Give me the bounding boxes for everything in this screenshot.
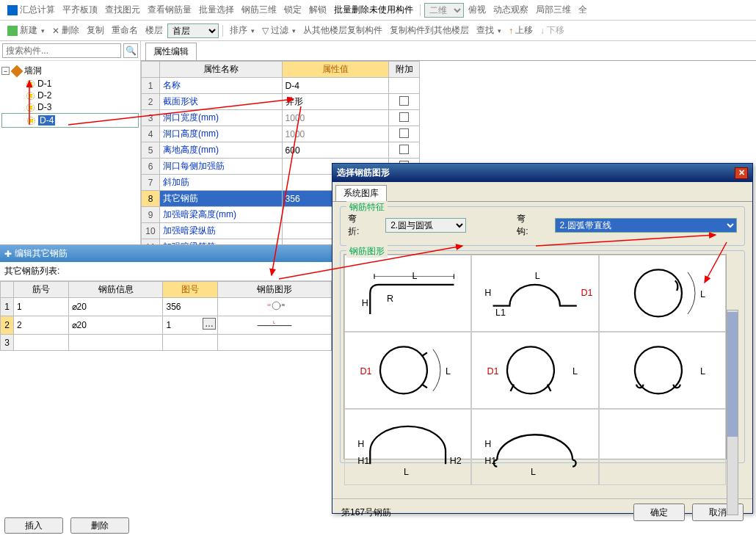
scrollbar[interactable] <box>727 310 738 515</box>
hook-label: 弯钩: <box>517 213 537 238</box>
svg-text:L: L <box>535 271 540 281</box>
table-row[interactable]: 3 <box>1 335 332 351</box>
svg-text:D1: D1 <box>487 366 499 377</box>
svg-text:L: L <box>446 366 451 377</box>
table-row[interactable]: 2 2 ⌀20 1… L <box>1 316 332 335</box>
tb-local3d[interactable]: 局部三维 <box>533 2 574 18</box>
bend-select[interactable]: 2.圆与圆弧 <box>385 218 465 233</box>
ellipsis-button[interactable]: … <box>203 318 216 330</box>
svg-text:550: 550 <box>267 304 271 307</box>
svg-text:H: H <box>484 439 491 449</box>
tb-del[interactable]: ✕ 删除 <box>49 23 82 38</box>
tb-batch-del[interactable]: 批量删除未使用构件 <box>331 2 416 18</box>
tab-prop-edit[interactable]: 属性编辑 <box>145 43 197 60</box>
group-shapes: 钢筋图形 HRL HL1LD1 L D1L D1L L HH1LH2 HH1L <box>340 250 745 463</box>
tb-floor-sel[interactable]: 首层 <box>167 23 219 38</box>
tree-item-D-2[interactable]: D-2 <box>1 90 139 101</box>
prop-row[interactable]: 3洞口宽度(mm)1000 <box>142 110 420 126</box>
search-button[interactable]: 🔍 <box>123 43 138 58</box>
tb-batch-sel[interactable]: 批量选择 <box>196 2 237 18</box>
tb-new[interactable]: 新建 <box>4 23 48 38</box>
prop-row[interactable]: 1名称D-4 <box>142 78 420 94</box>
svg-point-1 <box>272 302 280 310</box>
svg-text:L: L <box>700 289 705 299</box>
tb-dyn[interactable]: 动态观察 <box>490 2 531 18</box>
tb-find-elem[interactable]: 查找图元 <box>102 2 143 18</box>
tb-down[interactable]: ↓下移 <box>537 23 567 38</box>
prop-row[interactable]: 4洞口高度(mm)1000 <box>142 126 420 142</box>
delete-button[interactable]: 删除 <box>70 517 129 534</box>
shape-option[interactable]: L <box>599 255 726 332</box>
prop-row[interactable]: 2截面形状异形 <box>142 94 420 110</box>
tree-root[interactable]: − 墙洞 <box>1 64 139 78</box>
checkbox[interactable] <box>399 112 409 122</box>
shape-dialog: 选择钢筋图形 ✕ 系统图库 钢筋特征 弯折: 2.圆与圆弧 弯钩: 2.圆弧带直… <box>332 163 753 514</box>
tab-system-lib[interactable]: 系统图库 <box>335 185 387 201</box>
checkbox[interactable] <box>399 145 409 154</box>
rebar-shape-line: L <box>221 318 328 330</box>
hook-select[interactable]: 2.圆弧带直线 <box>555 218 737 233</box>
ok-button[interactable]: 确定 <box>633 504 685 521</box>
shape-option[interactable]: HRL <box>344 255 471 332</box>
tb-all[interactable]: 全 <box>575 2 590 18</box>
col-extra: 附加 <box>389 62 420 78</box>
close-icon[interactable]: ✕ <box>735 167 748 179</box>
tb-sum[interactable]: 汇总计算 <box>4 2 58 18</box>
collapse-icon[interactable]: − <box>1 67 10 75</box>
col-name: 属性名称 <box>159 62 282 78</box>
tb-copy-from[interactable]: 从其他楼层复制构件 <box>300 23 385 38</box>
tb-floors[interactable]: 楼层 <box>142 23 166 38</box>
col-value: 属性值 <box>282 62 389 78</box>
tb-up[interactable]: ↑上移 <box>506 23 536 38</box>
rebar-list-label: 其它钢筋列表: <box>0 262 332 281</box>
gear-icon <box>26 92 34 100</box>
insert-button[interactable]: 插入 <box>4 517 63 534</box>
tb-dim[interactable]: 二维 <box>424 3 464 18</box>
svg-text:R: R <box>387 294 393 304</box>
search-input[interactable] <box>2 43 121 58</box>
tb-copy[interactable]: 复制 <box>84 23 107 38</box>
table-row[interactable]: 1 1 ⌀20 356 550 300 <box>1 298 332 316</box>
shape-option[interactable]: HL1LD1 <box>471 255 598 332</box>
tb-filter[interactable]: ▽ 过滤 <box>259 23 299 38</box>
shape-option[interactable]: HH1L <box>471 409 598 486</box>
shape-option[interactable]: D1L <box>471 332 598 409</box>
tree-item-D-3[interactable]: D-3 <box>1 101 139 113</box>
gear-icon <box>27 117 35 125</box>
checkbox[interactable] <box>399 128 409 138</box>
prop-row[interactable]: 5离地高度(mm)600 <box>142 142 420 159</box>
new-icon <box>7 26 18 36</box>
tb-rebar-qty[interactable]: 查看钢筋量 <box>145 2 195 18</box>
svg-text:L: L <box>273 321 275 324</box>
tb-find[interactable]: 查找 <box>473 23 504 38</box>
pen-icon <box>11 65 23 77</box>
tb-unlock[interactable]: 解锁 <box>306 2 330 18</box>
svg-text:300: 300 <box>282 304 286 307</box>
tb-rename[interactable]: 重命名 <box>109 23 141 38</box>
rebar-editor-title: ✚ 编辑其它钢筋 <box>0 245 332 262</box>
svg-text:H: H <box>484 288 491 298</box>
shape-option[interactable]: HH1LH2 <box>344 409 471 486</box>
checkbox[interactable] <box>399 96 409 106</box>
status-text: 第167号钢筋 <box>341 506 391 519</box>
tb-sort[interactable]: 排序 <box>227 23 258 38</box>
tree-item-D-1[interactable]: D-1 <box>1 78 139 90</box>
tree-item-D-4[interactable]: D-4 <box>1 113 139 128</box>
svg-text:H1: H1 <box>357 456 369 466</box>
shape-option[interactable]: D1L <box>344 332 471 409</box>
search-icon: 🔍 <box>126 46 137 56</box>
plus-icon: ✚ <box>4 249 12 259</box>
dialog-title[interactable]: 选择钢筋图形 ✕ <box>332 164 752 182</box>
tb-persp[interactable]: 俯视 <box>465 2 489 18</box>
tb-lock[interactable]: 锁定 <box>281 2 305 18</box>
shape-option[interactable]: L <box>599 332 726 409</box>
rebar-table: 筋号 钢筋信息 图号 钢筋图形 1 1 ⌀20 356 550 300 <box>0 281 332 351</box>
tb-copy-to[interactable]: 复制构件到其他楼层 <box>387 23 472 38</box>
group-features: 钢筋特征 弯折: 2.圆与圆弧 弯钩: 2.圆弧带直线 <box>340 206 745 246</box>
tb-rebar3d[interactable]: 钢筋三维 <box>239 2 280 18</box>
toolbar-sub: 新建 ✕ 删除 复制 重命名 楼层 首层 排序 ▽ 过滤 从其他楼层复制构件 复… <box>0 21 756 41</box>
tb-align[interactable]: 平齐板顶 <box>59 2 101 18</box>
shape-option[interactable] <box>599 409 726 486</box>
shape-grid: HRL HL1LD1 L D1L D1L L HH1LH2 HH1L <box>344 254 727 459</box>
component-tree: − 墙洞 D-1D-2D-3D-4 <box>0 61 140 131</box>
